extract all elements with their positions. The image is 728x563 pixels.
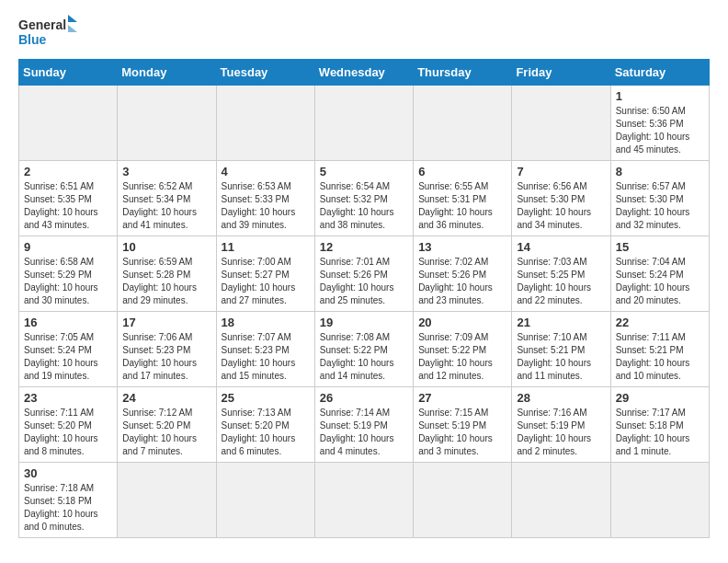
day-number: 14 — [517, 240, 605, 254]
day-number: 7 — [517, 165, 605, 178]
day-cell: 28Sunrise: 7:16 AM Sunset: 5:19 PM Dayli… — [512, 387, 610, 463]
day-info: Sunrise: 7:05 AM Sunset: 5:24 PM Dayligh… — [24, 331, 112, 383]
day-info: Sunrise: 7:17 AM Sunset: 5:18 PM Dayligh… — [616, 407, 704, 458]
day-info: Sunrise: 7:11 AM Sunset: 5:21 PM Dayligh… — [616, 331, 704, 383]
day-cell: 17Sunrise: 7:06 AM Sunset: 5:23 PM Dayli… — [118, 312, 216, 387]
day-info: Sunrise: 7:18 AM Sunset: 5:18 PM Dayligh… — [24, 482, 112, 534]
col-header-wednesday: Wednesday — [314, 60, 413, 86]
day-number: 2 — [24, 165, 112, 178]
day-number: 5 — [320, 165, 408, 178]
logo: GeneralBlue — [18, 15, 83, 52]
page: GeneralBlue SundayMondayTuesdayWednesday… — [0, 0, 728, 553]
day-number: 13 — [418, 240, 506, 254]
day-number: 10 — [122, 240, 210, 254]
day-info: Sunrise: 7:08 AM Sunset: 5:22 PM Dayligh… — [320, 331, 408, 383]
col-header-monday: Monday — [118, 60, 216, 86]
day-cell — [118, 86, 216, 161]
day-cell: 26Sunrise: 7:14 AM Sunset: 5:19 PM Dayli… — [314, 387, 413, 463]
day-cell: 23Sunrise: 7:11 AM Sunset: 5:20 PM Dayli… — [19, 387, 118, 463]
day-number: 21 — [517, 316, 605, 329]
svg-text:Blue: Blue — [18, 32, 47, 47]
svg-marker-3 — [68, 25, 77, 32]
day-cell: 30Sunrise: 7:18 AM Sunset: 5:18 PM Dayli… — [19, 463, 118, 538]
day-number: 24 — [122, 391, 210, 405]
day-info: Sunrise: 6:53 AM Sunset: 5:33 PM Dayligh… — [222, 180, 310, 232]
day-number: 12 — [320, 240, 408, 254]
day-cell: 1Sunrise: 6:50 AM Sunset: 5:36 PM Daylig… — [610, 86, 709, 161]
day-cell — [414, 86, 512, 161]
day-number: 15 — [616, 240, 704, 254]
day-number: 28 — [517, 391, 605, 405]
week-row-0: 1Sunrise: 6:50 AM Sunset: 5:36 PM Daylig… — [19, 86, 710, 161]
day-info: Sunrise: 7:06 AM Sunset: 5:23 PM Dayligh… — [122, 331, 210, 383]
day-cell: 14Sunrise: 7:03 AM Sunset: 5:25 PM Dayli… — [512, 236, 610, 312]
day-number: 20 — [418, 316, 506, 329]
day-info: Sunrise: 7:16 AM Sunset: 5:19 PM Dayligh… — [517, 407, 605, 458]
week-row-1: 2Sunrise: 6:51 AM Sunset: 5:35 PM Daylig… — [19, 161, 710, 236]
day-info: Sunrise: 7:12 AM Sunset: 5:20 PM Dayligh… — [122, 407, 210, 458]
day-number: 9 — [24, 240, 112, 254]
col-header-thursday: Thursday — [414, 60, 512, 86]
day-number: 11 — [222, 240, 310, 254]
day-cell: 12Sunrise: 7:01 AM Sunset: 5:26 PM Dayli… — [314, 236, 413, 312]
day-cell: 16Sunrise: 7:05 AM Sunset: 5:24 PM Dayli… — [19, 312, 118, 387]
day-info: Sunrise: 7:14 AM Sunset: 5:19 PM Dayligh… — [320, 407, 408, 458]
day-cell: 7Sunrise: 6:56 AM Sunset: 5:30 PM Daylig… — [512, 161, 610, 236]
day-cell — [118, 463, 216, 538]
day-cell — [314, 463, 413, 538]
day-info: Sunrise: 6:56 AM Sunset: 5:30 PM Dayligh… — [517, 180, 605, 232]
logo-svg: GeneralBlue — [18, 15, 83, 52]
day-number: 23 — [24, 391, 112, 405]
day-cell: 11Sunrise: 7:00 AM Sunset: 5:27 PM Dayli… — [216, 236, 314, 312]
day-cell — [216, 86, 314, 161]
day-info: Sunrise: 7:15 AM Sunset: 5:19 PM Dayligh… — [418, 407, 506, 458]
day-number: 1 — [616, 89, 704, 103]
day-number: 22 — [616, 316, 704, 329]
day-info: Sunrise: 7:10 AM Sunset: 5:21 PM Dayligh… — [517, 331, 605, 383]
day-cell: 21Sunrise: 7:10 AM Sunset: 5:21 PM Dayli… — [512, 312, 610, 387]
day-info: Sunrise: 6:57 AM Sunset: 5:30 PM Dayligh… — [616, 180, 704, 232]
day-cell: 6Sunrise: 6:55 AM Sunset: 5:31 PM Daylig… — [414, 161, 512, 236]
day-number: 25 — [222, 391, 310, 405]
day-info: Sunrise: 7:00 AM Sunset: 5:27 PM Dayligh… — [222, 256, 310, 307]
day-cell: 9Sunrise: 6:58 AM Sunset: 5:29 PM Daylig… — [19, 236, 118, 312]
calendar-table: SundayMondayTuesdayWednesdayThursdayFrid… — [18, 59, 710, 538]
day-cell: 25Sunrise: 7:13 AM Sunset: 5:20 PM Dayli… — [216, 387, 314, 463]
week-row-5: 30Sunrise: 7:18 AM Sunset: 5:18 PM Dayli… — [19, 463, 710, 538]
day-info: Sunrise: 7:07 AM Sunset: 5:23 PM Dayligh… — [222, 331, 310, 383]
day-info: Sunrise: 7:03 AM Sunset: 5:25 PM Dayligh… — [517, 256, 605, 307]
day-cell: 10Sunrise: 6:59 AM Sunset: 5:28 PM Dayli… — [118, 236, 216, 312]
svg-marker-2 — [68, 15, 77, 22]
day-number: 3 — [122, 165, 210, 178]
day-cell: 24Sunrise: 7:12 AM Sunset: 5:20 PM Dayli… — [118, 387, 216, 463]
day-info: Sunrise: 7:13 AM Sunset: 5:20 PM Dayligh… — [222, 407, 310, 458]
day-cell: 18Sunrise: 7:07 AM Sunset: 5:23 PM Dayli… — [216, 312, 314, 387]
day-number: 6 — [418, 165, 506, 178]
day-info: Sunrise: 6:52 AM Sunset: 5:34 PM Dayligh… — [122, 180, 210, 232]
day-cell: 29Sunrise: 7:17 AM Sunset: 5:18 PM Dayli… — [610, 387, 709, 463]
day-info: Sunrise: 7:01 AM Sunset: 5:26 PM Dayligh… — [320, 256, 408, 307]
day-cell: 2Sunrise: 6:51 AM Sunset: 5:35 PM Daylig… — [19, 161, 118, 236]
day-number: 8 — [616, 165, 704, 178]
col-header-saturday: Saturday — [610, 60, 709, 86]
day-number: 16 — [24, 316, 112, 329]
day-cell: 4Sunrise: 6:53 AM Sunset: 5:33 PM Daylig… — [216, 161, 314, 236]
week-row-4: 23Sunrise: 7:11 AM Sunset: 5:20 PM Dayli… — [19, 387, 710, 463]
day-cell: 19Sunrise: 7:08 AM Sunset: 5:22 PM Dayli… — [314, 312, 413, 387]
day-cell — [19, 86, 118, 161]
day-cell — [314, 86, 413, 161]
header-area: GeneralBlue — [18, 15, 710, 52]
day-number: 27 — [418, 391, 506, 405]
day-cell: 27Sunrise: 7:15 AM Sunset: 5:19 PM Dayli… — [414, 387, 512, 463]
day-cell: 5Sunrise: 6:54 AM Sunset: 5:32 PM Daylig… — [314, 161, 413, 236]
day-cell — [610, 463, 709, 538]
day-cell: 22Sunrise: 7:11 AM Sunset: 5:21 PM Dayli… — [610, 312, 709, 387]
day-info: Sunrise: 6:59 AM Sunset: 5:28 PM Dayligh… — [122, 256, 210, 307]
day-cell: 13Sunrise: 7:02 AM Sunset: 5:26 PM Dayli… — [414, 236, 512, 312]
day-cell — [216, 463, 314, 538]
day-number: 29 — [616, 391, 704, 405]
day-info: Sunrise: 7:11 AM Sunset: 5:20 PM Dayligh… — [24, 407, 112, 458]
week-row-2: 9Sunrise: 6:58 AM Sunset: 5:29 PM Daylig… — [19, 236, 710, 312]
svg-text:General: General — [18, 17, 66, 32]
day-number: 17 — [122, 316, 210, 329]
